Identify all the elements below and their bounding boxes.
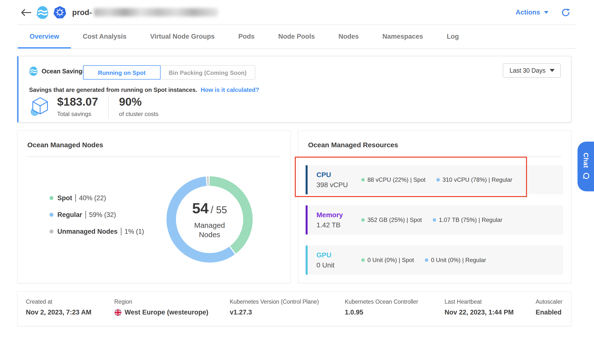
resource-row-memory: Memory 1.42 TB 352 GB (25%) | Spot 1.07 …	[306, 205, 563, 234]
tab-label: Virtual Node Groups	[150, 33, 215, 40]
managed-count: 54	[192, 200, 209, 217]
tab-label: Namespaces	[382, 33, 423, 40]
regular-dot-icon	[433, 218, 436, 222]
managed-resources-title: Ocean Managed Resources	[308, 141, 398, 149]
cpu-spot-stat: 88 vCPU (22%) | Spot	[361, 176, 426, 183]
footer-label: Created at	[26, 298, 91, 305]
tab-label: Log	[447, 33, 459, 40]
tab-virtual-node-groups[interactable]: Virtual Node Groups	[138, 25, 227, 48]
savings-toggle: Running on Spot Bin Packing (Coming Soon…	[83, 65, 255, 80]
period-dropdown[interactable]: Last 30 Days	[503, 63, 561, 78]
legend-separator	[75, 194, 76, 202]
footer-region: Region West Europe (westeurope)	[114, 298, 208, 316]
memory-name: Memory	[316, 211, 361, 219]
memory-spot-stat: 352 GB (25%) | Spot	[361, 216, 422, 223]
footer-value: 1.0.95	[345, 309, 418, 316]
footer-label: Last Heartbeat	[445, 298, 514, 305]
tab-nodes[interactable]: Nodes	[327, 25, 371, 48]
legend-item-unmanaged: Unmanaged Nodes 1% (1)	[50, 227, 144, 236]
legend-item-spot: Spot 40% (22)	[50, 194, 144, 202]
refresh-icon	[561, 8, 570, 17]
tab-log[interactable]: Log	[435, 25, 471, 48]
footer-label: Autoscaler	[536, 298, 562, 305]
tab-label: Pods	[238, 33, 255, 40]
resource-row-cpu: CPU 398 vCPU 88 vCPU (22%) | Spot 310 vC…	[306, 165, 563, 194]
donut-center: 54 / 55 Managed Nodes	[166, 176, 253, 263]
managed-nodes-legend: Spot 40% (22) Regular 59% (32) Unmanaged…	[50, 194, 144, 244]
cluster-info-footer: Created at Nov 2, 2023, 7:23 AM Region W…	[17, 291, 571, 326]
cpu-spot-text: 88 vCPU (22%) | Spot	[367, 176, 426, 183]
header-left: prod-	[21, 0, 218, 25]
header-right: Actions	[516, 0, 570, 25]
legend-label: Spot	[57, 194, 72, 202]
footer-created-at: Created at Nov 2, 2023, 7:23 AM	[26, 298, 91, 316]
card-divider	[308, 157, 561, 157]
cluster-name-prefix: prod-	[72, 8, 92, 17]
footer-value: Nov 22, 2023, 1:44 PM	[445, 309, 514, 316]
gpu-accent-bar	[306, 246, 308, 275]
tab-namespaces[interactable]: Namespaces	[371, 25, 435, 48]
total-savings-label: Total savings	[57, 111, 98, 117]
regular-dot-icon	[436, 178, 440, 182]
chevron-down-icon	[544, 11, 548, 14]
tab-cost-analysis[interactable]: Cost Analysis	[71, 25, 138, 48]
legend-value: 40% (22)	[79, 194, 106, 202]
spot-dot-icon	[50, 196, 53, 200]
uk-flag-icon	[114, 309, 122, 316]
footer-autoscaler: Autoscaler Enabled	[536, 298, 562, 316]
legend-value: 1% (1)	[125, 228, 144, 235]
ocean-savings-text: Ocean Savings:	[42, 68, 88, 75]
gpu-spot-stat: 0 Unit (0%) | Spot	[361, 257, 414, 264]
memory-accent-bar	[306, 205, 308, 234]
total-savings-value: $183.07	[57, 95, 98, 108]
cpu-name: CPU	[316, 171, 361, 179]
footer-value: Nov 2, 2023, 7:23 AM	[26, 309, 91, 316]
tab-node-pools[interactable]: Node Pools	[266, 25, 327, 48]
chat-label: Chat	[582, 153, 590, 168]
refresh-button[interactable]	[561, 8, 570, 17]
savings-figures: $183.07 Total savings 90% of cluster cos…	[30, 95, 158, 118]
region-text: West Europe (westeurope)	[125, 309, 208, 316]
regular-dot-icon	[50, 213, 53, 217]
footer-ocean-controller: Kubernetes Ocean Controller 1.0.95	[345, 298, 418, 316]
legend-label: Regular	[57, 211, 82, 219]
chat-bubble-icon	[582, 172, 590, 180]
cpu-total: 398 vCPU	[316, 181, 361, 189]
footer-value: West Europe (westeurope)	[114, 309, 208, 316]
gpu-name: GPU	[316, 251, 361, 259]
back-arrow-icon	[21, 9, 32, 16]
footer-label: Kubernetes Version (Control Plane)	[230, 298, 319, 305]
card-divider	[27, 157, 280, 157]
managed-resources-card: Ocean Managed Resources CPU 398 vCPU 88 …	[298, 131, 571, 283]
chat-button[interactable]: Chat	[578, 142, 594, 191]
back-button[interactable]	[21, 8, 32, 17]
total-savings: $183.07 Total savings	[57, 95, 98, 117]
tab-pods[interactable]: Pods	[227, 25, 266, 48]
figure-divider	[108, 96, 109, 118]
resource-row-gpu: GPU 0 Unit 0 Unit (0%) | Spot 0 Unit (0%…	[306, 246, 563, 275]
legend-separator	[121, 228, 121, 235]
footer-label: Kubernetes Ocean Controller	[345, 298, 418, 305]
spot-dot-icon	[361, 218, 365, 222]
period-dropdown-value: Last 30 Days	[510, 67, 545, 74]
managed-nodes-card: Ocean Managed Nodes Spot 40% (22) Regula…	[17, 131, 291, 283]
memory-total: 1.42 TB	[316, 221, 361, 229]
unmanaged-dot-icon	[50, 230, 53, 233]
total-count: / 55	[211, 204, 227, 215]
tab-label: Nodes	[338, 33, 359, 40]
cluster-cost-percent: 90% of cluster costs	[119, 95, 158, 117]
legend-label: Unmanaged Nodes	[57, 228, 118, 235]
tab-overview[interactable]: Overview	[18, 25, 71, 48]
toggle-bin-packing[interactable]: Bin Packing (Coming Soon)	[160, 65, 255, 80]
page-title: prod-	[72, 8, 218, 17]
actions-button[interactable]: Actions	[516, 9, 548, 16]
ocean-savings-banner: Ocean Savings: Running on Spot Bin Packi…	[17, 56, 571, 122]
tab-label: Overview	[30, 33, 59, 40]
footer-value: v1.27.3	[230, 309, 319, 316]
memory-regular-stat: 1.07 TB (75%) | Regular	[433, 216, 502, 223]
toggle-running-on-spot[interactable]: Running on Spot	[83, 65, 161, 80]
legend-separator	[85, 211, 86, 219]
how-calculated-link[interactable]: How is it calculated?	[201, 86, 259, 93]
tab-label: Node Pools	[278, 33, 315, 40]
cpu-accent-bar	[306, 165, 308, 194]
